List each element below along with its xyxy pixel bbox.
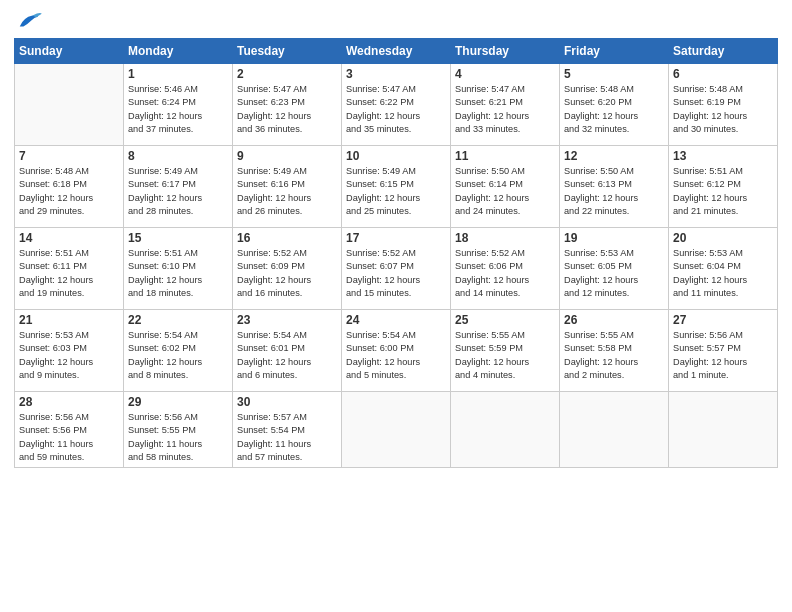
calendar-cell: 26Sunrise: 5:55 AMSunset: 5:58 PMDayligh… xyxy=(560,310,669,392)
calendar-week-4: 21Sunrise: 5:53 AMSunset: 6:03 PMDayligh… xyxy=(15,310,778,392)
day-number: 23 xyxy=(237,313,337,327)
day-info: Sunrise: 5:53 AMSunset: 6:03 PMDaylight:… xyxy=(19,329,119,382)
weekday-header-thursday: Thursday xyxy=(451,39,560,64)
weekday-header-tuesday: Tuesday xyxy=(233,39,342,64)
day-number: 4 xyxy=(455,67,555,81)
day-info: Sunrise: 5:47 AMSunset: 6:23 PMDaylight:… xyxy=(237,83,337,136)
day-number: 14 xyxy=(19,231,119,245)
day-info: Sunrise: 5:51 AMSunset: 6:11 PMDaylight:… xyxy=(19,247,119,300)
calendar-cell: 15Sunrise: 5:51 AMSunset: 6:10 PMDayligh… xyxy=(124,228,233,310)
day-info: Sunrise: 5:52 AMSunset: 6:06 PMDaylight:… xyxy=(455,247,555,300)
day-info: Sunrise: 5:55 AMSunset: 5:58 PMDaylight:… xyxy=(564,329,664,382)
calendar-header: SundayMondayTuesdayWednesdayThursdayFrid… xyxy=(15,39,778,64)
calendar-cell: 5Sunrise: 5:48 AMSunset: 6:20 PMDaylight… xyxy=(560,64,669,146)
logo-icon xyxy=(14,10,42,32)
calendar-cell xyxy=(669,392,778,468)
calendar-week-2: 7Sunrise: 5:48 AMSunset: 6:18 PMDaylight… xyxy=(15,146,778,228)
day-number: 20 xyxy=(673,231,773,245)
day-info: Sunrise: 5:49 AMSunset: 6:15 PMDaylight:… xyxy=(346,165,446,218)
weekday-header-monday: Monday xyxy=(124,39,233,64)
day-number: 11 xyxy=(455,149,555,163)
day-number: 30 xyxy=(237,395,337,409)
calendar-cell: 4Sunrise: 5:47 AMSunset: 6:21 PMDaylight… xyxy=(451,64,560,146)
calendar-cell: 7Sunrise: 5:48 AMSunset: 6:18 PMDaylight… xyxy=(15,146,124,228)
calendar-cell xyxy=(342,392,451,468)
calendar-cell: 13Sunrise: 5:51 AMSunset: 6:12 PMDayligh… xyxy=(669,146,778,228)
day-number: 26 xyxy=(564,313,664,327)
day-number: 1 xyxy=(128,67,228,81)
day-number: 7 xyxy=(19,149,119,163)
day-info: Sunrise: 5:47 AMSunset: 6:21 PMDaylight:… xyxy=(455,83,555,136)
calendar-cell: 25Sunrise: 5:55 AMSunset: 5:59 PMDayligh… xyxy=(451,310,560,392)
weekday-header-friday: Friday xyxy=(560,39,669,64)
day-info: Sunrise: 5:53 AMSunset: 6:04 PMDaylight:… xyxy=(673,247,773,300)
calendar-cell: 21Sunrise: 5:53 AMSunset: 6:03 PMDayligh… xyxy=(15,310,124,392)
day-number: 29 xyxy=(128,395,228,409)
day-number: 24 xyxy=(346,313,446,327)
day-number: 6 xyxy=(673,67,773,81)
calendar-week-1: 1Sunrise: 5:46 AMSunset: 6:24 PMDaylight… xyxy=(15,64,778,146)
calendar-container: SundayMondayTuesdayWednesdayThursdayFrid… xyxy=(0,0,792,476)
calendar-cell: 18Sunrise: 5:52 AMSunset: 6:06 PMDayligh… xyxy=(451,228,560,310)
day-number: 16 xyxy=(237,231,337,245)
header xyxy=(14,10,778,32)
day-info: Sunrise: 5:54 AMSunset: 6:02 PMDaylight:… xyxy=(128,329,228,382)
day-info: Sunrise: 5:46 AMSunset: 6:24 PMDaylight:… xyxy=(128,83,228,136)
day-info: Sunrise: 5:48 AMSunset: 6:18 PMDaylight:… xyxy=(19,165,119,218)
day-info: Sunrise: 5:52 AMSunset: 6:07 PMDaylight:… xyxy=(346,247,446,300)
calendar-cell: 12Sunrise: 5:50 AMSunset: 6:13 PMDayligh… xyxy=(560,146,669,228)
calendar-cell: 14Sunrise: 5:51 AMSunset: 6:11 PMDayligh… xyxy=(15,228,124,310)
day-number: 3 xyxy=(346,67,446,81)
day-info: Sunrise: 5:49 AMSunset: 6:16 PMDaylight:… xyxy=(237,165,337,218)
weekday-header-sunday: Sunday xyxy=(15,39,124,64)
weekday-header-saturday: Saturday xyxy=(669,39,778,64)
calendar-cell: 17Sunrise: 5:52 AMSunset: 6:07 PMDayligh… xyxy=(342,228,451,310)
calendar-table: SundayMondayTuesdayWednesdayThursdayFrid… xyxy=(14,38,778,468)
day-info: Sunrise: 5:57 AMSunset: 5:54 PMDaylight:… xyxy=(237,411,337,464)
weekday-header-wednesday: Wednesday xyxy=(342,39,451,64)
calendar-week-3: 14Sunrise: 5:51 AMSunset: 6:11 PMDayligh… xyxy=(15,228,778,310)
calendar-cell: 19Sunrise: 5:53 AMSunset: 6:05 PMDayligh… xyxy=(560,228,669,310)
day-number: 17 xyxy=(346,231,446,245)
calendar-cell: 11Sunrise: 5:50 AMSunset: 6:14 PMDayligh… xyxy=(451,146,560,228)
day-info: Sunrise: 5:48 AMSunset: 6:20 PMDaylight:… xyxy=(564,83,664,136)
day-number: 12 xyxy=(564,149,664,163)
calendar-cell: 6Sunrise: 5:48 AMSunset: 6:19 PMDaylight… xyxy=(669,64,778,146)
calendar-cell xyxy=(560,392,669,468)
day-info: Sunrise: 5:50 AMSunset: 6:13 PMDaylight:… xyxy=(564,165,664,218)
day-info: Sunrise: 5:54 AMSunset: 6:00 PMDaylight:… xyxy=(346,329,446,382)
day-number: 22 xyxy=(128,313,228,327)
day-info: Sunrise: 5:53 AMSunset: 6:05 PMDaylight:… xyxy=(564,247,664,300)
weekday-header-row: SundayMondayTuesdayWednesdayThursdayFrid… xyxy=(15,39,778,64)
day-number: 5 xyxy=(564,67,664,81)
day-info: Sunrise: 5:50 AMSunset: 6:14 PMDaylight:… xyxy=(455,165,555,218)
day-number: 21 xyxy=(19,313,119,327)
calendar-cell: 9Sunrise: 5:49 AMSunset: 6:16 PMDaylight… xyxy=(233,146,342,228)
day-info: Sunrise: 5:56 AMSunset: 5:57 PMDaylight:… xyxy=(673,329,773,382)
day-number: 2 xyxy=(237,67,337,81)
day-info: Sunrise: 5:49 AMSunset: 6:17 PMDaylight:… xyxy=(128,165,228,218)
calendar-cell: 10Sunrise: 5:49 AMSunset: 6:15 PMDayligh… xyxy=(342,146,451,228)
calendar-cell: 30Sunrise: 5:57 AMSunset: 5:54 PMDayligh… xyxy=(233,392,342,468)
day-number: 9 xyxy=(237,149,337,163)
calendar-cell: 20Sunrise: 5:53 AMSunset: 6:04 PMDayligh… xyxy=(669,228,778,310)
day-number: 10 xyxy=(346,149,446,163)
calendar-cell: 1Sunrise: 5:46 AMSunset: 6:24 PMDaylight… xyxy=(124,64,233,146)
calendar-cell: 23Sunrise: 5:54 AMSunset: 6:01 PMDayligh… xyxy=(233,310,342,392)
day-number: 25 xyxy=(455,313,555,327)
day-number: 15 xyxy=(128,231,228,245)
day-info: Sunrise: 5:56 AMSunset: 5:56 PMDaylight:… xyxy=(19,411,119,464)
day-number: 27 xyxy=(673,313,773,327)
calendar-cell: 29Sunrise: 5:56 AMSunset: 5:55 PMDayligh… xyxy=(124,392,233,468)
calendar-cell: 8Sunrise: 5:49 AMSunset: 6:17 PMDaylight… xyxy=(124,146,233,228)
calendar-cell xyxy=(15,64,124,146)
calendar-cell: 27Sunrise: 5:56 AMSunset: 5:57 PMDayligh… xyxy=(669,310,778,392)
calendar-cell: 16Sunrise: 5:52 AMSunset: 6:09 PMDayligh… xyxy=(233,228,342,310)
day-info: Sunrise: 5:54 AMSunset: 6:01 PMDaylight:… xyxy=(237,329,337,382)
calendar-cell: 2Sunrise: 5:47 AMSunset: 6:23 PMDaylight… xyxy=(233,64,342,146)
logo xyxy=(14,10,46,32)
calendar-cell: 22Sunrise: 5:54 AMSunset: 6:02 PMDayligh… xyxy=(124,310,233,392)
calendar-week-5: 28Sunrise: 5:56 AMSunset: 5:56 PMDayligh… xyxy=(15,392,778,468)
day-info: Sunrise: 5:51 AMSunset: 6:10 PMDaylight:… xyxy=(128,247,228,300)
day-number: 13 xyxy=(673,149,773,163)
